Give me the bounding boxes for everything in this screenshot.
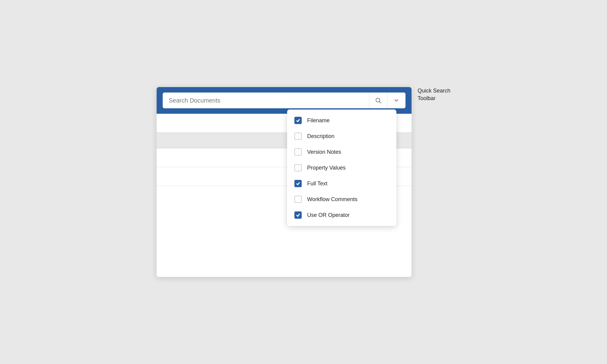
- checkbox-workflow-comments[interactable]: [294, 196, 302, 203]
- dropdown-toggle-button[interactable]: [387, 93, 405, 108]
- checkbox-filename[interactable]: [294, 117, 302, 124]
- svg-line-1: [380, 102, 381, 103]
- quick-search-toolbar-label: Quick Search Toolbar: [418, 87, 450, 102]
- menu-label-property-values: Property Values: [307, 165, 346, 171]
- search-icon: [375, 97, 381, 104]
- menu-label-description: Description: [307, 133, 334, 140]
- checkbox-property-values[interactable]: [294, 164, 302, 171]
- menu-label-full-text: Full Text: [307, 180, 327, 187]
- checkbox-version-notes[interactable]: [294, 148, 302, 156]
- menu-label-version-notes: Version Notes: [307, 149, 341, 155]
- menu-item-property-values[interactable]: Property Values: [287, 160, 396, 176]
- menu-item-workflow-comments[interactable]: Workflow Comments: [287, 191, 396, 207]
- search-bar-container: [163, 93, 405, 108]
- checkbox-use-or-operator[interactable]: [294, 211, 302, 219]
- quick-search-line2: Toolbar: [418, 95, 450, 102]
- search-input[interactable]: [163, 97, 369, 104]
- menu-item-full-text[interactable]: Full Text: [287, 176, 396, 191]
- menu-label-use-or-operator: Use OR Operator: [307, 212, 350, 218]
- search-options-dropdown: Filename Description Version Notes Prope…: [287, 110, 396, 226]
- menu-label-workflow-comments: Workflow Comments: [307, 196, 358, 203]
- checkbox-description[interactable]: [294, 133, 302, 140]
- search-button[interactable]: [369, 93, 387, 108]
- menu-item-version-notes[interactable]: Version Notes: [287, 144, 396, 160]
- checkbox-full-text[interactable]: [294, 180, 302, 187]
- menu-label-filename: Filename: [307, 117, 330, 124]
- quick-search-line1: Quick Search: [418, 87, 450, 95]
- menu-item-use-or-operator[interactable]: Use OR Operator: [287, 207, 396, 223]
- menu-item-description[interactable]: Description: [287, 128, 396, 144]
- chevron-down-icon: [393, 97, 399, 103]
- menu-item-filename[interactable]: Filename: [287, 113, 396, 128]
